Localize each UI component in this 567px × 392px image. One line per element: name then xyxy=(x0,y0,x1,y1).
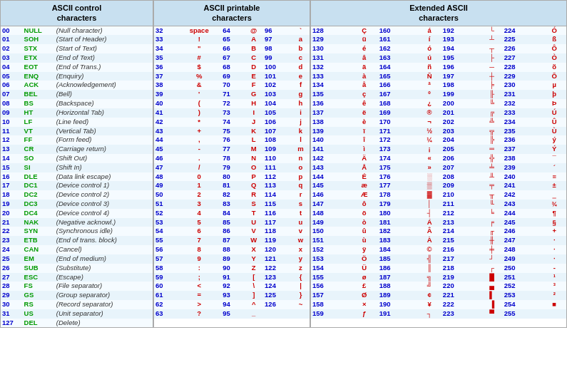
ext-dec2: 165 xyxy=(378,72,418,81)
table-row: 03 ETX (End of Text) xyxy=(1,53,153,63)
dec-value: 24 xyxy=(1,245,23,254)
ext-char2: ▒ xyxy=(417,181,441,190)
ext-dec1: 133 xyxy=(311,72,351,81)
ext-char2: « xyxy=(417,154,441,163)
ext-dec3: 213 xyxy=(441,218,481,227)
ext-char1: â xyxy=(351,53,378,63)
char-value: ' xyxy=(177,90,221,99)
dec-value3: 123 xyxy=(263,273,292,282)
char-value2: K xyxy=(244,127,263,136)
ext-char3: ╪ xyxy=(481,245,503,254)
char-value3: k xyxy=(292,127,310,136)
char-value: & xyxy=(177,81,221,90)
ext-char4: ý xyxy=(542,135,566,145)
table-row: 129 ü 161 í 193 ┴ 225 ß xyxy=(311,35,566,44)
table-row: 63 ? 95 _ xyxy=(154,309,310,319)
ext-char1: £ xyxy=(351,282,378,291)
char-value: ) xyxy=(177,108,221,118)
ext-dec2: 167 xyxy=(378,90,418,99)
char-value: ! xyxy=(177,35,221,44)
char-value3: p xyxy=(292,172,310,182)
table-row: 21 NAK (Negative acknowl.) xyxy=(1,218,153,227)
desc-value: (Device control 4) xyxy=(55,209,153,218)
ext-char4: ´ xyxy=(542,163,566,172)
char-value2: _ xyxy=(244,309,263,319)
code-value: DC4 xyxy=(23,209,55,218)
char-value2: V xyxy=(244,227,263,236)
dec-value2: 64 xyxy=(221,26,244,36)
desc-value: (Bell) xyxy=(55,90,153,99)
desc-value: (Synchronous idle) xyxy=(55,227,153,236)
ext-dec4: 253 xyxy=(503,291,543,300)
table-row: 23 ETB (End of trans. block) xyxy=(1,236,153,245)
ext-char4: · xyxy=(542,254,566,264)
dec-value2: 95 xyxy=(221,309,244,319)
ext-dec4: 244 xyxy=(503,209,543,218)
dec-value: 17 xyxy=(1,181,23,190)
dec-value: 56 xyxy=(154,245,177,254)
ext-char4: ¹ xyxy=(542,273,566,282)
dec-value2: 88 xyxy=(221,245,244,254)
dec-value: 00 xyxy=(1,26,23,36)
dec-value: 19 xyxy=(1,200,23,209)
char-value: 3 xyxy=(177,200,221,209)
ext-char1: Ä xyxy=(351,154,378,163)
dec-value: 10 xyxy=(1,118,23,127)
char-value: 8 xyxy=(177,245,221,254)
table-row: 50 2 82 R 114 r xyxy=(154,190,310,200)
char-value3: q xyxy=(292,181,310,190)
printable-section: ASCII printablecharacters 32 space 64 @ … xyxy=(153,0,310,328)
dec-value: 32 xyxy=(154,26,177,36)
table-row: 45 - 77 M 109 m xyxy=(154,145,310,154)
char-value: 9 xyxy=(177,254,221,264)
dec-value2: 77 xyxy=(221,145,244,154)
extended-section: Extended ASCIIcharacters 128 Ç 160 á 192… xyxy=(310,0,567,328)
ext-char3: ╓ xyxy=(481,227,503,236)
ext-char2: ú xyxy=(417,53,441,63)
ext-dec3: 207 xyxy=(441,163,481,172)
dec-value2: 71 xyxy=(221,90,244,99)
dec-value2: 93 xyxy=(221,291,244,300)
ext-dec2: 185 xyxy=(378,254,418,264)
dec-value3 xyxy=(263,309,292,319)
ext-char3: ╒ xyxy=(481,218,503,227)
ext-char3: ═ xyxy=(481,145,503,154)
dec-value: 08 xyxy=(1,99,23,108)
char-value3: { xyxy=(292,273,310,282)
code-value: US xyxy=(23,309,55,319)
ext-dec4: 237 xyxy=(503,145,543,154)
desc-value: (Enquiry) xyxy=(55,72,153,81)
code-value: VT xyxy=(23,127,55,136)
dec-value: 14 xyxy=(1,154,23,163)
table-row: 48 0 80 P 112 p xyxy=(154,172,310,182)
ext-char4: ‗ xyxy=(542,190,566,200)
dec-value2: 78 xyxy=(221,154,244,163)
code-value: SO xyxy=(23,154,55,163)
ext-char2: ® xyxy=(417,108,441,118)
desc-value: (Group separator) xyxy=(55,291,153,300)
table-row: 142 Ä 174 « 206 ╬ 238 ¯ xyxy=(311,154,566,163)
desc-value: (Unit separator) xyxy=(55,309,153,319)
dec-value3: 106 xyxy=(263,118,292,127)
char-value: > xyxy=(177,300,221,309)
desc-value: (Record separator) xyxy=(55,300,153,309)
desc-value: (Shift In) xyxy=(55,163,153,172)
ext-char1: à xyxy=(351,72,378,81)
ext-char1: É xyxy=(351,172,378,182)
table-row: 29 GS (Group separator) xyxy=(1,291,153,300)
table-row: 140 î 172 ¼ 204 ╠ 236 ý xyxy=(311,135,566,145)
desc-value: (Start of Header) xyxy=(55,35,153,44)
table-row: 54 6 86 V 118 v xyxy=(154,227,310,236)
char-value: 1 xyxy=(177,181,221,190)
char-value: + xyxy=(177,127,221,136)
ext-char3: ╚ xyxy=(481,99,503,108)
char-value: 4 xyxy=(177,209,221,218)
ext-char3: ┘ xyxy=(481,254,503,264)
code-value: SYN xyxy=(23,227,55,236)
ext-dec4: 231 xyxy=(503,90,543,99)
table-row: 154 Ü 186 ║ 218 ┌ 250 - xyxy=(311,264,566,273)
ext-dec1: 139 xyxy=(311,127,351,136)
dec-value3: 100 xyxy=(263,63,292,72)
ext-dec1: 129 xyxy=(311,35,351,44)
table-row: 148 ö 180 ┤ 212 ╘ 244 ¶ xyxy=(311,209,566,218)
